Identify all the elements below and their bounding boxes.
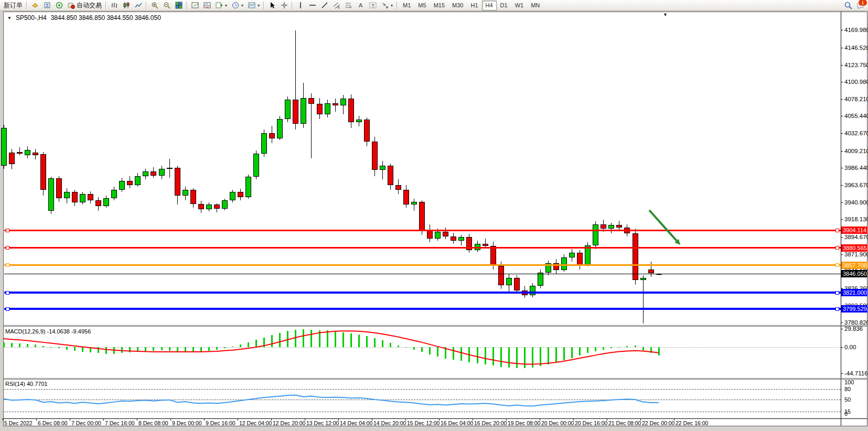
y-axis-tick[interactable]: [841, 116, 843, 116]
text-label-button[interactable]: T: [367, 1, 379, 10]
template-button[interactable]: ▾: [245, 1, 262, 10]
chart-symbol-period: SP500-,H4: [16, 14, 47, 21]
horizontal-line-object[interactable]: [4, 247, 841, 249]
text-button[interactable]: A: [355, 1, 367, 10]
signals-button[interactable]: [53, 1, 65, 10]
y-axis-tick[interactable]: [841, 185, 843, 186]
horizontal-line-object[interactable]: [4, 230, 841, 231]
chart-shift-marker-icon[interactable]: ▼: [663, 12, 668, 17]
indicator-list-button[interactable]: [201, 1, 213, 10]
price-axis[interactable]: [841, 12, 868, 418]
candle: [111, 190, 117, 198]
autotrading-button[interactable]: 自动交易: [65, 1, 104, 10]
arrows-object-button[interactable]: ▾: [379, 1, 395, 10]
macd-histogram-bar: [413, 347, 415, 350]
chevron-down-icon[interactable]: ▾: [258, 3, 260, 8]
indicator-window-button[interactable]: [189, 1, 201, 10]
timeframe-button-mn[interactable]: MN: [527, 1, 543, 10]
macd-histogram-bar: [579, 347, 581, 355]
chevron-down-icon[interactable]: ▾: [391, 3, 393, 8]
timeframe-button-h4[interactable]: H4: [482, 1, 497, 10]
y-axis-tick[interactable]: [841, 151, 843, 152]
zoom-out-button[interactable]: [160, 1, 173, 10]
chart-ohlc-values: 3844.850 3846.850 3844.550 3846.050: [51, 14, 161, 21]
line-anchor-marker[interactable]: [6, 291, 9, 295]
macd-histogram-bar: [19, 343, 20, 347]
candlestick-chart-button[interactable]: [120, 1, 132, 10]
y-axis-tick[interactable]: [841, 202, 843, 203]
line-anchor-marker[interactable]: [835, 307, 839, 311]
horizontal-line-button[interactable]: [306, 1, 318, 10]
timeframe-button-m5[interactable]: M5: [414, 1, 430, 10]
price-axis-line: [841, 12, 841, 426]
macd-histogram-bar: [603, 347, 604, 350]
timeframe-button-m30[interactable]: M30: [448, 1, 467, 10]
timeframe-button-h1[interactable]: H1: [467, 1, 481, 10]
y-axis-tick[interactable]: [841, 254, 843, 255]
y-axis-tick[interactable]: [841, 65, 843, 66]
y-axis-tick[interactable]: [841, 322, 843, 323]
fibonacci-button[interactable]: F: [342, 1, 355, 10]
horizontal-line-object[interactable]: [4, 292, 841, 294]
pane-separator[interactable]: [3, 325, 867, 326]
chevron-down-icon[interactable]: ▼: [7, 16, 12, 20]
search-button[interactable]: [842, 1, 854, 10]
y-axis-tick[interactable]: [841, 48, 843, 48]
line-anchor-marker[interactable]: [6, 307, 9, 311]
candle: [48, 178, 54, 211]
chevron-down-icon[interactable]: ▾: [241, 3, 243, 8]
bar-chart-button[interactable]: [108, 1, 120, 10]
line-price-label[interactable]: 3857.708: [841, 262, 867, 269]
line-anchor-marker[interactable]: [6, 246, 9, 250]
pane-separator[interactable]: [3, 378, 867, 379]
new-chart-button[interactable]: ▾: [213, 1, 229, 10]
pane-separator[interactable]: [3, 379, 867, 380]
pane1-icon: [191, 2, 199, 9]
tile-windows-button[interactable]: [173, 1, 185, 10]
candle: [325, 103, 330, 115]
line-chart-button[interactable]: [132, 1, 144, 10]
line-price-label[interactable]: 3821.000: [841, 289, 867, 296]
line-anchor-marker[interactable]: [835, 263, 839, 267]
y-axis-tick[interactable]: [841, 168, 843, 168]
crosshair-button[interactable]: [278, 1, 290, 10]
y-axis-tick[interactable]: [841, 30, 843, 30]
market-watch-button[interactable]: [29, 1, 41, 10]
period-menu-button[interactable]: ▾: [229, 1, 245, 10]
horizontal-line-object[interactable]: [4, 308, 841, 310]
line-anchor-marker[interactable]: [6, 229, 9, 232]
y-axis-tick[interactable]: [841, 82, 843, 82]
macd-histogram-bar: [58, 347, 60, 348]
vertical-line-button[interactable]: [294, 1, 306, 10]
chat-icon: 1: [856, 2, 864, 9]
timeframe-button-w1[interactable]: W1: [511, 1, 528, 10]
line-anchor-marker[interactable]: [835, 291, 839, 295]
line-anchor-marker[interactable]: [835, 229, 839, 232]
horizontal-line-object[interactable]: [4, 264, 841, 266]
line-price-label[interactable]: 3880.565: [841, 244, 867, 252]
y-axis-tick[interactable]: [841, 219, 843, 220]
x-axis-label: 5 Dec 2022: [4, 420, 33, 426]
line-price-label[interactable]: 3904.114: [841, 227, 867, 234]
bars-icon: [110, 2, 118, 9]
chevron-down-icon[interactable]: ▾: [225, 3, 227, 8]
line-anchor-marker[interactable]: [835, 246, 839, 250]
trendline-button[interactable]: [318, 1, 330, 10]
equidistant-channel-button[interactable]: E: [330, 1, 342, 10]
y-axis-tick[interactable]: [841, 237, 843, 238]
notifications-button[interactable]: 1: [854, 1, 866, 10]
new-order-button[interactable]: 新订单: [2, 1, 25, 10]
line-anchor-marker[interactable]: [6, 263, 9, 267]
cursor-button[interactable]: [266, 1, 278, 10]
macd-histogram-bar: [437, 347, 438, 357]
pane-separator[interactable]: [3, 326, 867, 327]
rsi-axis-label: 80: [844, 386, 851, 392]
zoom-in-button[interactable]: [148, 1, 160, 10]
data-window-button[interactable]: [41, 1, 53, 10]
line-price-label[interactable]: 3799.529: [841, 305, 867, 313]
y-axis-tick[interactable]: [841, 133, 843, 134]
timeframe-button-m15[interactable]: M15: [430, 1, 448, 10]
y-axis-tick[interactable]: [841, 99, 843, 100]
timeframe-button-d1[interactable]: D1: [497, 1, 511, 10]
timeframe-button-m1[interactable]: M1: [399, 1, 414, 10]
